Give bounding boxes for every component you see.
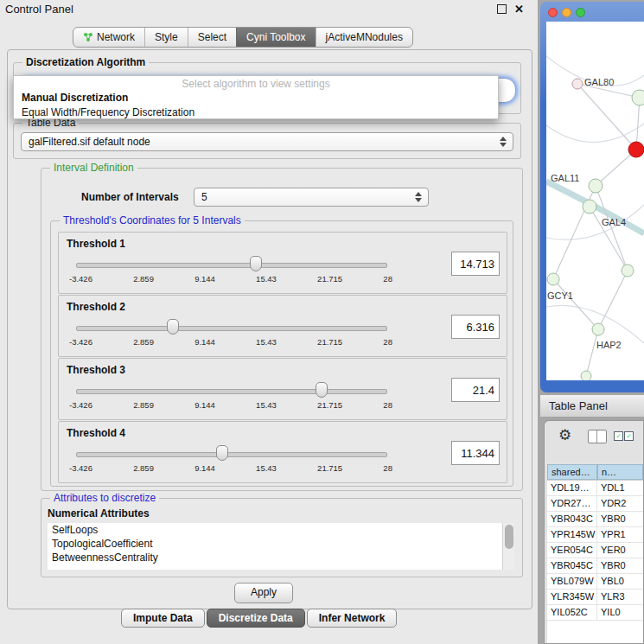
tab-jactivemnodules[interactable]: jActiveMNodules	[316, 28, 412, 47]
threshold-3-slider[interactable]: -3.426 2.859 9.144 15.43 21.715 28	[76, 381, 387, 412]
table-row[interactable]: YLR345W YLR3	[547, 590, 643, 605]
window-traffic-lights	[548, 8, 585, 17]
list-item-topologicalcoefficient[interactable]: TopologicalCoefficient	[48, 537, 514, 551]
slider-thumb[interactable]	[216, 445, 228, 461]
combo-stepper-icon[interactable]	[500, 136, 508, 148]
tick-label: 28	[383, 400, 392, 410]
slider-tick-labels: -3.426 2.859 9.144 15.43 21.715 28	[69, 463, 392, 473]
tick-label: -3.426	[69, 463, 92, 473]
threshold-4-value-field[interactable]: 11.344	[451, 441, 500, 465]
cell: YBR045C	[547, 558, 597, 573]
threshold-1-value-field[interactable]: 14.713	[451, 252, 500, 276]
tick-label: 21.715	[317, 337, 342, 347]
number-of-intervals-combobox[interactable]: 5	[194, 188, 429, 207]
tab-infer-network[interactable]: Infer Network	[307, 609, 398, 628]
tab-select[interactable]: Select	[188, 28, 236, 47]
table-row[interactable]: YBR043C YBR0	[547, 512, 643, 527]
table-body: YDL19… YDL1 YDR27… YDR2 YBR043C YBR0 YPR…	[547, 480, 643, 643]
node-label-hap2[interactable]: HAP2	[596, 340, 622, 350]
tab-style-label: Style	[155, 29, 178, 46]
number-of-intervals-value: 5	[201, 188, 207, 206]
cell: YBR043C	[547, 512, 597, 526]
network-canvas[interactable]: GAL80 GAL11 GAL4 GCY1 HAP2	[546, 22, 644, 380]
float-window-icon[interactable]	[497, 4, 507, 14]
table-panel-title: Table Panel	[540, 399, 608, 412]
tab-impute-data[interactable]: Impute Data	[121, 609, 205, 628]
table-data-combobox[interactable]: galFiltered.sif default node	[21, 132, 513, 151]
network-view-window: GAL80 GAL11 GAL4 GCY1 HAP2	[540, 2, 644, 392]
table-panel-titlebar: Table Panel	[540, 395, 644, 418]
table-row[interactable]: YDR27… YDR2	[547, 496, 643, 512]
window-buttons: ✕	[497, 3, 524, 15]
table-data-value: galFiltered.sif default node	[29, 133, 150, 150]
node-label-gal4[interactable]: GAL4	[602, 217, 626, 227]
slider-thumb[interactable]	[250, 256, 262, 271]
settings-gear-icon[interactable]: ⚙	[558, 426, 571, 444]
tick-label: -3.426	[69, 337, 92, 347]
slider-track[interactable]	[76, 452, 387, 457]
cell: YDR27…	[547, 496, 597, 511]
threshold-coordinates-group: Threshold's Coordinates for 5 Intervals …	[50, 220, 513, 487]
cell: YBR0	[597, 512, 643, 526]
list-item-selfloops[interactable]: SelfLoops	[48, 523, 514, 537]
tab-discretize-data[interactable]: Discretize Data	[207, 609, 305, 628]
table-row[interactable]: YPR145W YPR1	[547, 527, 643, 543]
node-label-gcy1[interactable]: GCY1	[547, 290, 573, 301]
tick-label: 28	[383, 337, 392, 347]
tick-label: 15.43	[256, 337, 277, 347]
node-label-gal80[interactable]: GAL80	[584, 77, 614, 87]
tab-network[interactable]: Network	[73, 28, 144, 47]
checkbox-icon[interactable]: ✓	[624, 431, 634, 441]
minimize-icon[interactable]	[562, 8, 571, 17]
table-row[interactable]: YBL079W YBL0	[547, 574, 643, 590]
tab-cyni-toolbox[interactable]: Cyni Toolbox	[236, 28, 315, 47]
tab-style[interactable]: Style	[144, 28, 188, 47]
cell: YBL0	[597, 574, 643, 589]
table-row[interactable]: YIL052C YIL0	[547, 605, 643, 621]
zoom-icon[interactable]	[576, 8, 585, 17]
node-label-gal11[interactable]: GAL11	[551, 173, 579, 183]
threshold-2-slider[interactable]: -3.426 2.859 9.144 15.43 21.715 28	[76, 318, 387, 349]
scrollbar-thumb[interactable]	[505, 525, 513, 549]
threshold-3-value-field[interactable]: 21.4	[451, 378, 500, 402]
control-panel-window: Control Panel ✕ Network Style	[0, 0, 538, 644]
control-panel-titlebar: Control Panel ✕	[0, 0, 538, 19]
combo-stepper-icon[interactable]	[415, 191, 424, 203]
slider-thumb[interactable]	[316, 382, 328, 398]
tab-jactivemnodules-label: jActiveMNodules	[326, 29, 403, 46]
cell: YLR3	[597, 590, 643, 604]
table-row[interactable]: YER054C YER0	[547, 543, 643, 558]
slider-thumb[interactable]	[167, 319, 179, 335]
threshold-4-slider[interactable]: -3.426 2.859 9.144 15.43 21.715 28	[76, 444, 387, 475]
threshold-2-panel: Threshold 2 6.316 -3.426 2.859 9.144 15.…	[58, 295, 507, 357]
cell: YER054C	[547, 543, 597, 558]
cell: YER0	[597, 543, 643, 558]
cell: YDL1	[597, 481, 643, 495]
network-icon	[83, 32, 93, 42]
list-scrollbar[interactable]	[502, 523, 514, 570]
slider-track[interactable]	[76, 326, 387, 331]
threshold-4-panel: Threshold 4 11.344 -3.426 2.859 9.144 15…	[58, 421, 507, 483]
slider-track[interactable]	[76, 263, 387, 268]
column-header-shared-name[interactable]: shared…	[547, 464, 597, 480]
tab-cyni-toolbox-label: Cyni Toolbox	[246, 29, 305, 46]
checkbox-icon[interactable]: ✓	[614, 431, 623, 441]
table-row[interactable]: YBR045C YBR0	[547, 558, 643, 574]
dropdown-option-equal-width[interactable]: Equal Width/Frequency Discretization	[14, 106, 498, 119]
close-window-icon[interactable]: ✕	[514, 3, 524, 15]
apply-button[interactable]: Apply	[234, 583, 293, 603]
columns-icon[interactable]	[588, 430, 607, 443]
column-header-name[interactable]: n…	[597, 464, 643, 480]
slider-tick-labels: -3.426 2.859 9.144 15.43 21.715 28	[69, 274, 392, 284]
slider-track[interactable]	[76, 389, 387, 394]
tick-label: 21.715	[317, 274, 342, 284]
list-item-betweennesscentrality[interactable]: BetweennessCentrality	[48, 551, 514, 564]
discretization-algorithm-title: Discretization Algorithm	[22, 56, 149, 68]
close-icon[interactable]	[548, 8, 558, 17]
threshold-2-value-field[interactable]: 6.316	[451, 315, 500, 339]
dropdown-option-manual-discretization[interactable]: Manual Discretization	[14, 92, 498, 105]
threshold-1-label: Threshold 1	[67, 238, 125, 250]
numerical-attributes-list[interactable]: SelfLoops TopologicalCoefficient Between…	[48, 523, 514, 570]
threshold-1-slider[interactable]: -3.426 2.859 9.144 15.43 21.715 28	[76, 255, 387, 286]
table-row[interactable]: YDL19… YDL1	[547, 481, 643, 496]
